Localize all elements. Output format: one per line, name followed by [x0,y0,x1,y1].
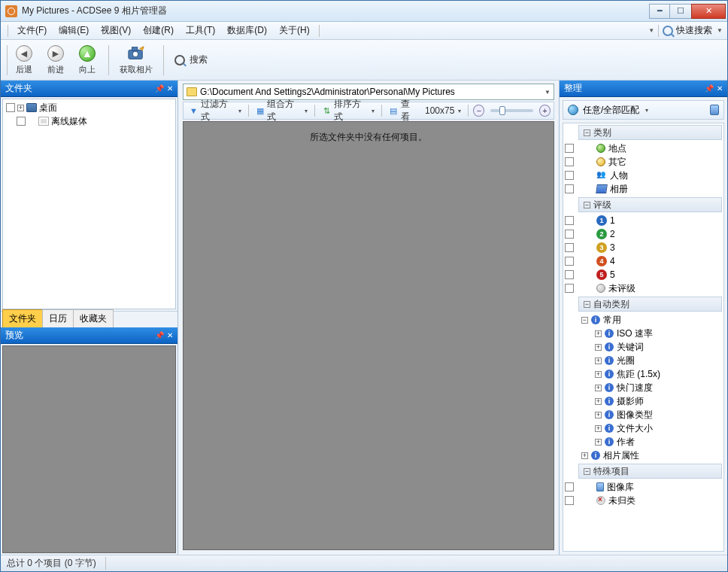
expand-icon[interactable]: + [595,439,602,446]
expand-icon[interactable]: + [581,452,588,459]
collapse-icon[interactable]: − [584,468,590,475]
close-panel-icon[interactable]: ✕ [717,84,723,93]
menu-help[interactable]: 关于(H) [274,23,315,38]
expand-icon[interactable]: + [595,371,602,378]
checkbox[interactable] [6,103,15,112]
auto-cat-iso[interactable]: +iISO 速率 [563,327,723,340]
collapse-icon[interactable]: − [581,317,588,324]
tab-calendar[interactable]: 日历 [42,309,74,327]
rating-row-4[interactable]: 44 [563,254,723,268]
tab-folders[interactable]: 文件夹 [2,309,43,327]
dropdown-icon[interactable]: ▼ [648,27,654,34]
checkbox[interactable] [565,144,574,153]
auto-cat-common[interactable]: −i常用 [563,313,723,327]
checkbox[interactable] [565,157,574,166]
auto-cat-author[interactable]: +i作者 [563,435,723,449]
close-button[interactable]: ✕ [691,4,726,19]
zoom-slider[interactable] [490,109,532,112]
checkbox[interactable] [565,230,574,239]
categories-header[interactable]: −类别 [578,125,722,140]
menu-view[interactable]: 视图(V) [96,23,136,38]
expand-icon[interactable]: + [595,425,602,432]
tab-favorites[interactable]: 收藏夹 [73,309,114,327]
collapse-icon[interactable]: − [584,129,590,136]
database-icon[interactable] [710,105,719,115]
organize-tree[interactable]: −类别 地点 其它 人物 相册 −评级 11 22 33 44 55 未评级 −… [563,123,724,552]
menu-file[interactable]: 文件(F) [12,23,52,38]
auto-cat-photo-props[interactable]: +i相片属性 [563,449,723,462]
rating-row-2[interactable]: 22 [563,227,723,241]
ratings-header[interactable]: −评级 [578,197,722,212]
checkbox[interactable] [565,496,574,505]
menu-tools[interactable]: 工具(T) [180,23,220,38]
slider-thumb[interactable] [499,106,505,115]
checkbox[interactable] [565,257,574,266]
auto-cat-aperture[interactable]: +i光圈 [563,354,723,367]
up-button[interactable]: ▲ 向上 [72,42,102,78]
menu-create[interactable]: 创建(R) [138,23,179,38]
pin-icon[interactable]: 📌 [155,331,164,339]
chevron-down-icon[interactable]: ▾ [458,108,461,114]
address-dropdown-icon[interactable]: ▼ [544,89,551,96]
expand-icon[interactable]: + [595,330,602,337]
tree-row-desktop[interactable]: + 桌面 [6,101,172,114]
zoom-out-button[interactable]: − [473,105,484,117]
forward-button[interactable]: ► 前进 [41,42,71,78]
auto-cat-image-type[interactable]: +i图像类型 [563,408,723,421]
rating-row-1[interactable]: 11 [563,214,723,227]
checkbox[interactable] [565,284,574,293]
cat-row-album[interactable]: 相册 [563,182,723,196]
tree-row-offline[interactable]: 离线媒体 [6,114,172,128]
cat-row-other[interactable]: 其它 [563,155,723,169]
collapse-icon[interactable]: − [584,301,590,308]
expand-icon[interactable]: + [595,398,602,405]
auto-cat-keywords[interactable]: +i关键词 [563,340,723,354]
cat-row-people[interactable]: 人物 [563,169,723,182]
search-button[interactable]: 搜索 [170,52,212,68]
close-panel-icon[interactable]: ✕ [167,84,173,93]
group-button[interactable]: ▦ 组合方式 ▾ [253,97,310,124]
minimize-button[interactable]: ━ [649,4,670,19]
rating-row-unrated[interactable]: 未评级 [563,281,723,295]
collapse-icon[interactable]: − [584,202,590,208]
pin-icon[interactable]: 📌 [155,84,164,93]
checkbox[interactable] [565,482,574,491]
special-uncategorized[interactable]: 未归类 [563,494,723,507]
auto-cat-header[interactable]: −自动类别 [578,297,722,312]
acquire-button[interactable]: 获取相片 [115,42,157,78]
quick-search[interactable]: 快速搜索 ▼ [663,24,723,37]
back-button[interactable]: ◄ 后退 [9,42,39,78]
close-panel-icon[interactable]: ✕ [167,331,173,339]
auto-cat-focal[interactable]: +i焦距 (1.5x) [563,367,723,381]
checkbox[interactable] [565,184,574,193]
address-input[interactable] [200,87,541,97]
expand-icon[interactable]: + [595,385,602,391]
rating-row-5[interactable]: 55 [563,268,723,281]
zoom-in-button[interactable]: + [539,105,551,117]
maximize-button[interactable]: ☐ [670,4,691,19]
checkbox[interactable] [565,243,574,252]
match-mode-bar[interactable]: 任意/全部匹配 ▾ [563,100,724,120]
auto-cat-shutter[interactable]: +i快门速度 [563,381,723,394]
folder-tree[interactable]: + 桌面 离线媒体 [2,99,176,309]
checkbox[interactable] [565,171,574,180]
auto-cat-photographer[interactable]: +i摄影师 [563,394,723,408]
auto-cat-file-size[interactable]: +i文件大小 [563,421,723,435]
view-mode-button[interactable]: ▤ 查看 [386,97,420,124]
sort-button[interactable]: ⇅ 排序方式 ▾ [320,97,377,124]
checkbox[interactable] [565,270,574,279]
special-imagedb[interactable]: 图像库 [563,480,723,494]
special-header[interactable]: −特殊项目 [578,464,722,479]
expand-icon[interactable]: + [17,105,24,111]
expand-icon[interactable]: + [595,412,602,418]
checkbox[interactable] [565,216,574,225]
pin-icon[interactable]: 📌 [705,84,714,93]
expand-icon[interactable]: + [595,344,602,351]
rating-row-3[interactable]: 33 [563,241,723,254]
expand-icon[interactable]: + [595,358,602,364]
filter-button[interactable]: ▼ 过滤方式 ▾ [187,97,244,124]
menu-database[interactable]: 数据库(D) [222,23,272,38]
menu-edit[interactable]: 编辑(E) [53,23,94,38]
cat-row-place[interactable]: 地点 [563,141,723,155]
checkbox[interactable] [17,117,26,126]
